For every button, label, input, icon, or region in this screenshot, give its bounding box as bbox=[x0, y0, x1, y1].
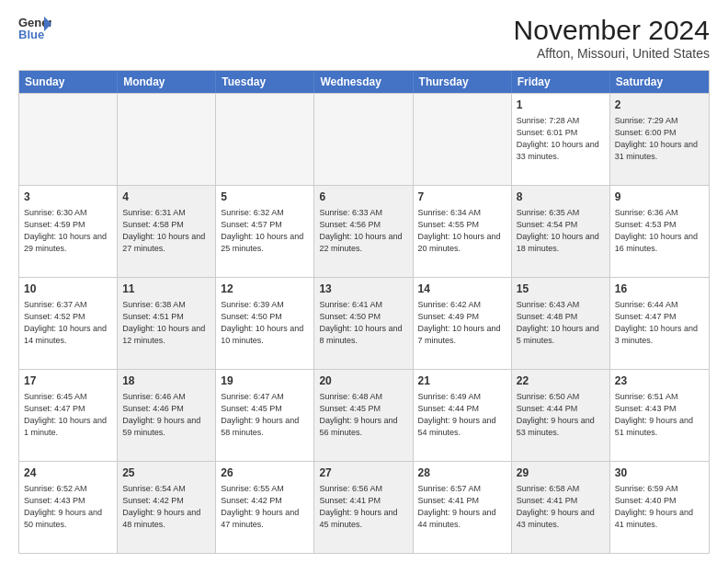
day-number: 17 bbox=[24, 373, 112, 389]
day-number: 19 bbox=[221, 373, 309, 389]
calendar-cell: 26Sunrise: 6:55 AM Sunset: 4:42 PM Dayli… bbox=[216, 462, 314, 553]
calendar-cell: 17Sunrise: 6:45 AM Sunset: 4:47 PM Dayli… bbox=[19, 370, 118, 461]
day-number: 23 bbox=[615, 373, 704, 389]
calendar-header-cell: Thursday bbox=[414, 71, 512, 93]
calendar-cell: 11Sunrise: 6:38 AM Sunset: 4:51 PM Dayli… bbox=[118, 278, 216, 369]
day-number: 7 bbox=[418, 190, 506, 205]
calendar-cell: 6Sunrise: 6:33 AM Sunset: 4:56 PM Daylig… bbox=[314, 186, 413, 277]
calendar-header-cell: Monday bbox=[118, 71, 216, 93]
calendar-cell bbox=[216, 94, 314, 185]
day-number: 16 bbox=[615, 282, 704, 297]
day-number: 14 bbox=[418, 282, 506, 297]
calendar-header: SundayMondayTuesdayWednesdayThursdayFrid… bbox=[19, 71, 709, 93]
day-info: Sunrise: 6:58 AM Sunset: 4:41 PM Dayligh… bbox=[517, 483, 605, 531]
day-info: Sunrise: 6:47 AM Sunset: 4:45 PM Dayligh… bbox=[221, 391, 309, 439]
day-number: 26 bbox=[221, 465, 309, 481]
title-block: November 2024 Affton, Missouri, United S… bbox=[514, 15, 710, 61]
calendar-cell: 3Sunrise: 6:30 AM Sunset: 4:59 PM Daylig… bbox=[19, 186, 118, 277]
calendar-cell: 27Sunrise: 6:56 AM Sunset: 4:41 PM Dayli… bbox=[314, 462, 413, 553]
day-number: 12 bbox=[221, 282, 309, 297]
day-info: Sunrise: 6:48 AM Sunset: 4:45 PM Dayligh… bbox=[319, 391, 407, 439]
day-info: Sunrise: 6:32 AM Sunset: 4:57 PM Dayligh… bbox=[221, 207, 309, 255]
day-info: Sunrise: 6:57 AM Sunset: 4:41 PM Dayligh… bbox=[418, 483, 506, 531]
calendar-row: 17Sunrise: 6:45 AM Sunset: 4:47 PM Dayli… bbox=[19, 369, 709, 461]
day-info: Sunrise: 6:37 AM Sunset: 4:52 PM Dayligh… bbox=[24, 299, 112, 347]
day-number: 10 bbox=[24, 282, 112, 297]
location: Affton, Missouri, United States bbox=[514, 46, 710, 61]
day-number: 24 bbox=[24, 465, 112, 481]
calendar-header-cell: Saturday bbox=[610, 71, 709, 93]
calendar-cell: 19Sunrise: 6:47 AM Sunset: 4:45 PM Dayli… bbox=[216, 370, 314, 461]
day-number: 20 bbox=[319, 373, 407, 389]
day-info: Sunrise: 6:51 AM Sunset: 4:43 PM Dayligh… bbox=[615, 391, 704, 439]
header: General Blue November 2024 Affton, Misso… bbox=[18, 15, 710, 61]
day-info: Sunrise: 6:36 AM Sunset: 4:53 PM Dayligh… bbox=[615, 207, 704, 255]
calendar-cell: 16Sunrise: 6:44 AM Sunset: 4:47 PM Dayli… bbox=[610, 278, 709, 369]
calendar-cell: 5Sunrise: 6:32 AM Sunset: 4:57 PM Daylig… bbox=[216, 186, 314, 277]
day-info: Sunrise: 6:41 AM Sunset: 4:50 PM Dayligh… bbox=[319, 299, 407, 347]
calendar-cell: 8Sunrise: 6:35 AM Sunset: 4:54 PM Daylig… bbox=[512, 186, 610, 277]
day-info: Sunrise: 6:59 AM Sunset: 4:40 PM Dayligh… bbox=[615, 483, 704, 531]
calendar: SundayMondayTuesdayWednesdayThursdayFrid… bbox=[18, 70, 710, 554]
day-info: Sunrise: 6:56 AM Sunset: 4:41 PM Dayligh… bbox=[319, 483, 407, 531]
calendar-cell: 2Sunrise: 7:29 AM Sunset: 6:00 PM Daylig… bbox=[610, 94, 709, 185]
page: General Blue November 2024 Affton, Misso… bbox=[0, 0, 728, 563]
calendar-cell: 23Sunrise: 6:51 AM Sunset: 4:43 PM Dayli… bbox=[610, 370, 709, 461]
day-number: 29 bbox=[517, 465, 605, 481]
calendar-cell: 18Sunrise: 6:46 AM Sunset: 4:46 PM Dayli… bbox=[118, 370, 216, 461]
calendar-cell: 25Sunrise: 6:54 AM Sunset: 4:42 PM Dayli… bbox=[118, 462, 216, 553]
calendar-cell bbox=[118, 94, 216, 185]
month-title: November 2024 bbox=[514, 15, 710, 46]
day-number: 13 bbox=[319, 282, 407, 297]
calendar-cell: 14Sunrise: 6:42 AM Sunset: 4:49 PM Dayli… bbox=[414, 278, 512, 369]
day-info: Sunrise: 6:31 AM Sunset: 4:58 PM Dayligh… bbox=[122, 207, 210, 255]
day-info: Sunrise: 6:35 AM Sunset: 4:54 PM Dayligh… bbox=[517, 207, 605, 255]
calendar-cell: 9Sunrise: 6:36 AM Sunset: 4:53 PM Daylig… bbox=[610, 186, 709, 277]
svg-text:Blue: Blue bbox=[18, 28, 44, 41]
day-info: Sunrise: 6:38 AM Sunset: 4:51 PM Dayligh… bbox=[122, 299, 210, 347]
calendar-cell: 10Sunrise: 6:37 AM Sunset: 4:52 PM Dayli… bbox=[19, 278, 118, 369]
day-info: Sunrise: 6:55 AM Sunset: 4:42 PM Dayligh… bbox=[221, 483, 309, 531]
calendar-header-cell: Tuesday bbox=[216, 71, 314, 93]
calendar-header-cell: Sunday bbox=[19, 71, 118, 93]
calendar-cell bbox=[314, 94, 413, 185]
day-number: 21 bbox=[418, 373, 506, 389]
day-number: 9 bbox=[615, 190, 704, 205]
day-number: 4 bbox=[122, 190, 210, 205]
day-number: 25 bbox=[122, 465, 210, 481]
day-number: 18 bbox=[122, 373, 210, 389]
day-number: 8 bbox=[517, 190, 605, 205]
calendar-cell: 1Sunrise: 7:28 AM Sunset: 6:01 PM Daylig… bbox=[512, 94, 610, 185]
calendar-cell: 22Sunrise: 6:50 AM Sunset: 4:44 PM Dayli… bbox=[512, 370, 610, 461]
day-info: Sunrise: 6:34 AM Sunset: 4:55 PM Dayligh… bbox=[418, 207, 506, 255]
day-number: 3 bbox=[24, 190, 112, 205]
day-info: Sunrise: 7:29 AM Sunset: 6:00 PM Dayligh… bbox=[615, 115, 704, 163]
calendar-cell: 24Sunrise: 6:52 AM Sunset: 4:43 PM Dayli… bbox=[19, 462, 118, 553]
day-number: 22 bbox=[517, 373, 605, 389]
day-info: Sunrise: 6:44 AM Sunset: 4:47 PM Dayligh… bbox=[615, 299, 704, 347]
calendar-cell bbox=[414, 94, 512, 185]
calendar-body: 1Sunrise: 7:28 AM Sunset: 6:01 PM Daylig… bbox=[19, 93, 709, 553]
calendar-cell bbox=[19, 94, 118, 185]
day-number: 28 bbox=[418, 465, 506, 481]
calendar-cell: 21Sunrise: 6:49 AM Sunset: 4:44 PM Dayli… bbox=[414, 370, 512, 461]
calendar-cell: 28Sunrise: 6:57 AM Sunset: 4:41 PM Dayli… bbox=[414, 462, 512, 553]
day-number: 2 bbox=[615, 98, 704, 113]
calendar-cell: 4Sunrise: 6:31 AM Sunset: 4:58 PM Daylig… bbox=[118, 186, 216, 277]
day-number: 5 bbox=[221, 190, 309, 205]
day-info: Sunrise: 6:45 AM Sunset: 4:47 PM Dayligh… bbox=[24, 391, 112, 439]
day-info: Sunrise: 6:30 AM Sunset: 4:59 PM Dayligh… bbox=[24, 207, 112, 255]
calendar-cell: 15Sunrise: 6:43 AM Sunset: 4:48 PM Dayli… bbox=[512, 278, 610, 369]
day-info: Sunrise: 6:39 AM Sunset: 4:50 PM Dayligh… bbox=[221, 299, 309, 347]
day-info: Sunrise: 6:42 AM Sunset: 4:49 PM Dayligh… bbox=[418, 299, 506, 347]
day-number: 6 bbox=[319, 190, 407, 205]
calendar-cell: 7Sunrise: 6:34 AM Sunset: 4:55 PM Daylig… bbox=[414, 186, 512, 277]
calendar-cell: 12Sunrise: 6:39 AM Sunset: 4:50 PM Dayli… bbox=[216, 278, 314, 369]
calendar-header-cell: Wednesday bbox=[314, 71, 413, 93]
day-number: 30 bbox=[615, 465, 704, 481]
day-number: 15 bbox=[517, 282, 605, 297]
calendar-cell: 30Sunrise: 6:59 AM Sunset: 4:40 PM Dayli… bbox=[610, 462, 709, 553]
calendar-cell: 20Sunrise: 6:48 AM Sunset: 4:45 PM Dayli… bbox=[314, 370, 413, 461]
day-info: Sunrise: 6:50 AM Sunset: 4:44 PM Dayligh… bbox=[517, 391, 605, 439]
day-number: 11 bbox=[122, 282, 210, 297]
